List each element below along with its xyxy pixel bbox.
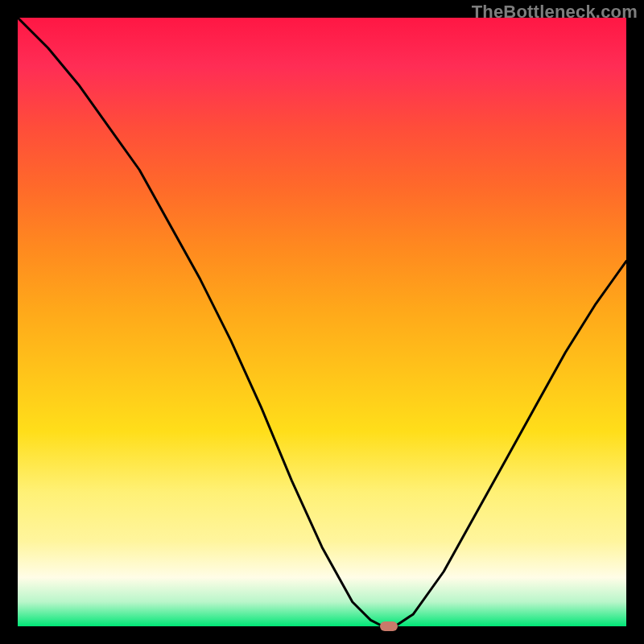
chart-container: TheBottleneck.com <box>0 0 644 644</box>
watermark-text: TheBottleneck.com <box>472 2 638 23</box>
curve-svg <box>18 18 626 626</box>
plot-area <box>18 18 626 626</box>
bottleneck-curve <box>18 18 626 626</box>
optimal-marker <box>380 621 398 631</box>
